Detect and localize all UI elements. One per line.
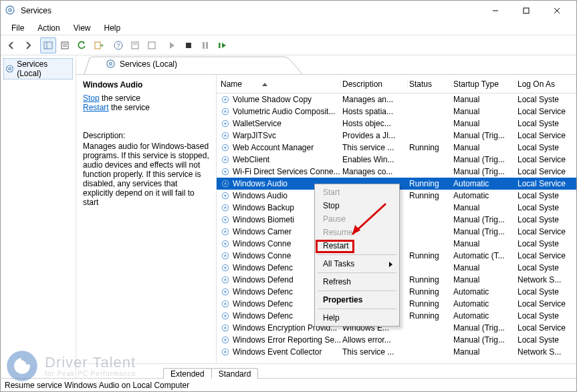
restart-button[interactable] [214, 37, 230, 53]
play-button[interactable] [164, 37, 180, 53]
minimize-button[interactable] [480, 1, 511, 21]
refresh-button[interactable] [74, 37, 90, 53]
ctx-stop[interactable]: Stop [316, 199, 398, 212]
close-button[interactable] [542, 1, 572, 21]
tree-root-item[interactable]: Services (Local) [3, 58, 73, 79]
col-desc[interactable]: Description [341, 79, 408, 89]
cell-status: Running [408, 143, 452, 152]
cell-logon: Local Service [516, 179, 576, 188]
help-button[interactable]: ? [110, 37, 126, 53]
gear-icon [221, 155, 230, 164]
ctx-separator [318, 290, 396, 291]
tab-standard[interactable]: Standard [211, 368, 259, 379]
stop-button[interactable] [181, 37, 197, 53]
cell-desc: This service ... [341, 143, 408, 152]
tab-extended[interactable]: Extended [163, 368, 212, 379]
stop-suffix: the service [100, 93, 140, 103]
table-row[interactable]: Volumetric Audio Composit...Hosts spatia… [217, 106, 576, 118]
cell-startup: Automatic (T... [452, 251, 516, 260]
tool-placeholder-icon[interactable] [144, 37, 160, 53]
cell-startup: Manual [452, 239, 516, 248]
cell-startup: Manual [452, 95, 516, 104]
ctx-properties[interactable]: Properties [316, 293, 398, 307]
export-list-button[interactable] [57, 37, 73, 53]
svg-point-1 [9, 9, 11, 11]
export-button[interactable] [90, 37, 106, 53]
cell-desc: Manages co... [341, 167, 408, 176]
table-row[interactable]: Windows Error Reporting Se...Allows erro… [217, 334, 576, 346]
col-startup[interactable]: Startup Type [452, 79, 516, 89]
cell-desc: Enables Win... [341, 155, 408, 164]
menu-help[interactable]: Help [99, 22, 126, 34]
gear-icon [221, 119, 230, 128]
svg-point-58 [224, 290, 227, 293]
col-logon[interactable]: Log On As [516, 79, 576, 89]
gear-icon [221, 347, 230, 357]
cell-logon: Local Service [516, 227, 576, 236]
cell-logon: Local Syste [516, 143, 576, 152]
nav-forward-button[interactable] [20, 37, 36, 53]
tree-root-label: Services (Local) [17, 59, 71, 78]
restart-service-link[interactable]: Restart [83, 103, 109, 112]
gear-icon [221, 95, 230, 104]
table-row[interactable]: Volume Shadow CopyManages an...ManualLoc… [217, 93, 576, 106]
cell-desc: Allows error... [341, 335, 408, 345]
pause-button[interactable] [197, 37, 213, 53]
gear-icon [221, 179, 230, 188]
svg-rect-6 [44, 42, 52, 49]
cell-startup: Automatic [452, 179, 516, 188]
cell-name: Windows Backup [233, 203, 294, 212]
gear-icon [221, 191, 230, 200]
cell-logon: Local Service [516, 167, 576, 176]
svg-point-36 [224, 158, 227, 161]
table-row[interactable]: WarpJITSvcProvides a JI...Manual (Trig..… [217, 130, 576, 142]
description-label: Description: [83, 131, 209, 140]
svg-point-0 [6, 6, 14, 14]
svg-rect-11 [95, 42, 100, 49]
properties-button[interactable] [127, 37, 143, 53]
maximize-button[interactable] [511, 1, 542, 21]
cell-startup: Manual (Trig... [452, 167, 516, 176]
ctx-refresh[interactable]: Refresh [316, 275, 398, 288]
toolbar: ? [1, 35, 576, 55]
svg-point-22 [9, 67, 11, 69]
svg-point-60 [224, 303, 227, 305]
cell-status: Running [408, 275, 452, 284]
table-row[interactable]: Wi-Fi Direct Services Conne...Manages co… [217, 166, 576, 178]
table-header: Name Description Status Startup Type Log… [217, 75, 576, 93]
col-status[interactable]: Status [408, 79, 452, 89]
description-body: Manages audio for Windows-based programs… [83, 142, 209, 207]
cell-status: Running [408, 299, 452, 309]
cell-logon: Local Syste [516, 287, 576, 297]
svg-point-52 [224, 254, 227, 257]
gear-icon [221, 275, 230, 284]
cell-startup: Automatic [452, 311, 516, 321]
cell-name: WebClient [233, 155, 269, 164]
menu-view[interactable]: View [68, 22, 96, 34]
app-icon [5, 5, 17, 17]
ctx-restart[interactable]: Restart [316, 239, 398, 252]
gear-icon [221, 263, 230, 272]
menu-action[interactable]: Action [32, 22, 65, 34]
table-row[interactable]: Web Account ManagerThis service ...Runni… [217, 142, 576, 154]
bottom-tabs: Extended Standard [76, 363, 576, 378]
table-row[interactable]: WebClientEnables Win...Manual (Trig...Lo… [217, 154, 576, 166]
nav-back-button[interactable] [3, 37, 19, 53]
menu-file[interactable]: File [6, 22, 29, 34]
cell-status: Running [408, 179, 452, 188]
ctx-all-tasks[interactable]: All Tasks [316, 257, 398, 270]
ctx-start: Start [316, 186, 398, 199]
stop-service-link[interactable]: Stop [83, 93, 100, 103]
cell-desc: Hosts spatia... [341, 107, 408, 116]
svg-point-66 [224, 339, 227, 341]
table-row[interactable]: WalletServiceHosts objec...ManualLocal S… [217, 118, 576, 130]
gear-icon [106, 59, 116, 69]
col-name[interactable]: Name [217, 79, 341, 89]
statusbar-text: Resume service Windows Audio on Local Co… [5, 381, 189, 390]
cell-name: Windows Audio [233, 179, 287, 188]
ctx-help[interactable]: Help [316, 311, 398, 325]
cell-logon: Local Syste [516, 215, 576, 224]
svg-rect-14 [132, 42, 138, 49]
table-row[interactable]: Windows Event CollectorThis service ...M… [217, 346, 576, 358]
show-hide-tree-button[interactable] [40, 37, 56, 53]
